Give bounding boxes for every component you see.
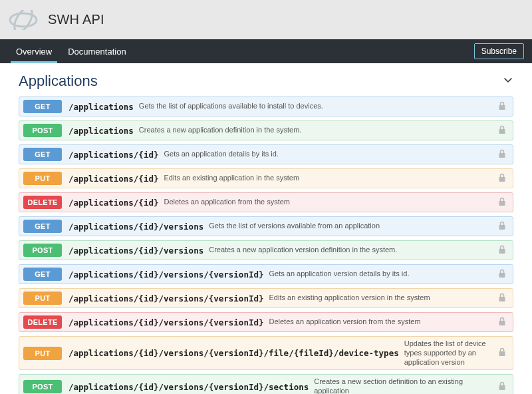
operation-row[interactable]: GET/applications/{id}Gets an application…	[19, 144, 513, 164]
main-content: Applications GET/applicationsGets the li…	[0, 63, 532, 394]
lock-icon	[495, 101, 509, 112]
endpoint-path: /applications/{id}/versions	[68, 246, 203, 256]
operation-row[interactable]: DELETE/applications/{id}/versions/{versi…	[19, 312, 513, 332]
lock-icon	[495, 269, 509, 280]
endpoint-path: /applications/{id}	[68, 150, 158, 160]
lock-icon	[495, 347, 509, 359]
method-badge: DELETE	[23, 315, 62, 329]
svg-rect-3	[499, 129, 505, 134]
operation-row[interactable]: DELETE/applications/{id}Deletes an appli…	[19, 192, 513, 212]
method-badge: GET	[23, 220, 62, 233]
operation-row[interactable]: POST/applications/{id}/versionsCreates a…	[19, 240, 513, 260]
endpoint-path: /applications/{id}/versions/{versionId}/…	[68, 382, 309, 392]
section-header[interactable]: Applications	[19, 73, 513, 90]
method-badge: GET	[23, 268, 62, 281]
endpoint-path: /applications	[68, 102, 134, 112]
svg-rect-7	[499, 225, 505, 230]
logo-icon	[8, 10, 39, 30]
lock-icon	[495, 149, 509, 160]
svg-rect-4	[499, 153, 505, 158]
endpoint-path: /applications	[68, 126, 134, 136]
app-header: SWH API	[0, 0, 532, 39]
endpoint-path: /applications/{id}/versions	[68, 222, 203, 232]
endpoint-description: Gets an application version details by i…	[269, 270, 496, 279]
operation-row[interactable]: PUT/applications/{id}/versions/{versionI…	[19, 288, 513, 308]
method-badge: POST	[23, 380, 62, 393]
endpoint-description: Creates a new application definition in …	[139, 126, 495, 135]
svg-rect-11	[499, 321, 505, 325]
app-title: SWH API	[48, 12, 104, 27]
method-badge: PUT	[23, 292, 62, 305]
operation-row[interactable]: POST/applications/{id}/versions/{version…	[19, 374, 513, 394]
lock-icon	[495, 221, 509, 232]
operation-row[interactable]: GET/applications/{id}/versions/{versionI…	[19, 264, 513, 284]
lock-icon	[495, 293, 509, 304]
subscribe-button[interactable]: Subscribe	[474, 43, 524, 59]
svg-rect-13	[499, 385, 505, 390]
lock-icon	[495, 317, 509, 328]
endpoint-path: /applications/{id}	[68, 174, 158, 184]
tab-overview[interactable]: Overview	[8, 39, 60, 63]
endpoint-path: /applications/{id}/versions/{versionId}/…	[68, 348, 399, 358]
operation-row[interactable]: PUT/applications/{id}/versions/{versionI…	[19, 336, 513, 370]
svg-rect-9	[499, 273, 505, 278]
lock-icon	[495, 245, 509, 256]
svg-rect-12	[499, 351, 505, 356]
method-badge: PUT	[23, 347, 62, 360]
svg-rect-2	[499, 105, 505, 110]
section-title: Applications	[19, 73, 98, 90]
endpoint-path: /applications/{id}/versions/{versionId}	[68, 270, 264, 280]
svg-rect-5	[499, 177, 505, 182]
svg-rect-6	[499, 201, 505, 206]
endpoint-description: Updates the list of device types support…	[404, 339, 495, 367]
lock-icon	[495, 125, 509, 136]
lock-icon	[495, 173, 509, 184]
method-badge: DELETE	[23, 196, 62, 209]
lock-icon	[495, 381, 509, 393]
endpoint-description: Deletes an application from the system	[164, 198, 495, 207]
method-badge: GET	[23, 148, 62, 161]
nav-tabs: Overview Documentation	[8, 39, 134, 63]
method-badge: GET	[23, 100, 62, 113]
endpoint-description: Gets the list of applications available …	[139, 102, 495, 111]
nav-bar: Overview Documentation Subscribe	[0, 39, 532, 63]
endpoint-path: /applications/{id}	[68, 198, 158, 208]
chevron-down-icon	[503, 75, 513, 88]
lock-icon	[495, 197, 509, 208]
operation-row[interactable]: PUT/applications/{id}Edits an existing a…	[19, 168, 513, 188]
svg-rect-10	[499, 297, 505, 301]
endpoint-description: Gets the list of versions available from…	[209, 222, 495, 231]
method-badge: POST	[23, 124, 62, 137]
endpoint-path: /applications/{id}/versions/{versionId}	[68, 294, 264, 303]
method-badge: POST	[23, 244, 62, 257]
operation-row[interactable]: GET/applicationsGets the list of applica…	[19, 97, 513, 116]
endpoint-description: Edits an existing application in the sys…	[164, 174, 495, 183]
endpoint-description: Deletes an application version from the …	[269, 317, 496, 327]
endpoint-description: Gets an application details by its id.	[164, 150, 495, 159]
operation-row[interactable]: GET/applications/{id}/versionsGets the l…	[19, 216, 513, 236]
endpoint-description: Creates a new section definition to an e…	[314, 377, 495, 394]
operations-list: GET/applicationsGets the list of applica…	[19, 97, 513, 394]
svg-rect-8	[499, 249, 505, 254]
endpoint-description: Edits an existing application version in…	[269, 294, 496, 303]
tab-documentation[interactable]: Documentation	[60, 39, 134, 63]
method-badge: PUT	[23, 172, 62, 185]
operation-row[interactable]: POST/applicationsCreates a new applicati…	[19, 120, 513, 140]
endpoint-path: /applications/{id}/versions/{versionId}	[68, 317, 264, 327]
endpoint-description: Creates a new application version defini…	[209, 246, 495, 255]
